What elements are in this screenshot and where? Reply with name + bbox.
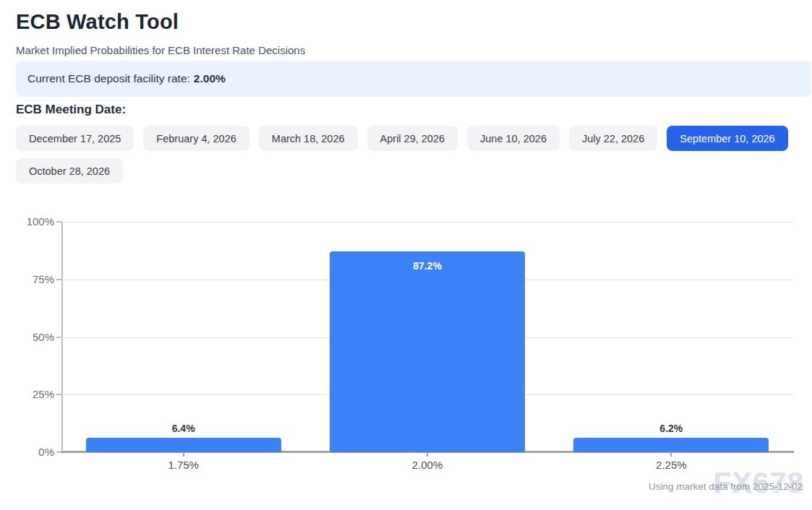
chart-x-tick <box>427 452 428 457</box>
chart-bar[interactable] <box>330 251 525 452</box>
meeting-date-button[interactable]: March 18, 2026 <box>259 126 358 151</box>
chart-x-axis-label: 2.00% <box>384 459 471 471</box>
page-title: ECB Watch Tool <box>16 10 179 34</box>
current-rate-banner: Current ECB deposit facility rate: 2.00% <box>16 61 811 97</box>
chart-bar[interactable] <box>86 438 281 452</box>
current-rate-label: Current ECB deposit facility rate: <box>27 72 190 85</box>
chart-bar-value-label: 87.2% <box>384 260 471 272</box>
current-rate-value: 2.00% <box>194 72 226 85</box>
meeting-date-button[interactable]: September 10, 2026 <box>667 126 787 151</box>
chart-y-axis-label: 0% <box>11 446 54 457</box>
ecb-watch-tool-page: ECB Watch Tool Market Implied Probabilit… <box>0 0 812 510</box>
chart-y-tick <box>56 451 61 453</box>
chart-bar-value-label: 6.4% <box>140 423 227 434</box>
chart-y-tick <box>56 279 61 280</box>
meeting-date-heading: ECB Meeting Date: <box>16 103 126 117</box>
chart-bar-value-label: 6.2% <box>628 423 714 434</box>
chart-y-axis-label: 100% <box>11 216 54 227</box>
chart: 0%25%50%75%100%6.4%1.75%87.2%2.00%6.2%2.… <box>0 209 812 477</box>
meeting-date-button[interactable]: April 29, 2026 <box>367 126 458 151</box>
meeting-date-button[interactable]: December 17, 2025 <box>16 126 134 151</box>
chart-x-tick <box>670 452 672 457</box>
page-subtitle: Market Implied Probabilities for ECB Int… <box>16 44 305 56</box>
chart-y-tick <box>56 221 61 222</box>
meeting-date-button[interactable]: October 28, 2026 <box>16 158 123 183</box>
chart-x-axis-label: 1.75% <box>140 459 227 471</box>
chart-y-axis-label: 75% <box>11 274 54 285</box>
data-source-note: Using market data from 2025-12-02 <box>649 481 803 492</box>
chart-y-axis-label: 50% <box>11 332 54 342</box>
chart-y-tick <box>56 394 61 395</box>
chart-gridline <box>61 222 793 222</box>
meeting-date-button[interactable]: July 22, 2026 <box>569 126 657 151</box>
meeting-date-list: December 17, 2025February 4, 2026March 1… <box>16 126 804 183</box>
chart-x-axis-label: 2.25% <box>628 459 714 471</box>
meeting-date-button[interactable]: June 10, 2026 <box>467 126 560 151</box>
meeting-date-button[interactable]: February 4, 2026 <box>143 126 249 151</box>
chart-y-tick <box>56 337 61 338</box>
chart-y-axis-label: 25% <box>11 389 54 399</box>
chart-x-tick <box>183 452 184 457</box>
chart-bar[interactable] <box>573 438 769 452</box>
